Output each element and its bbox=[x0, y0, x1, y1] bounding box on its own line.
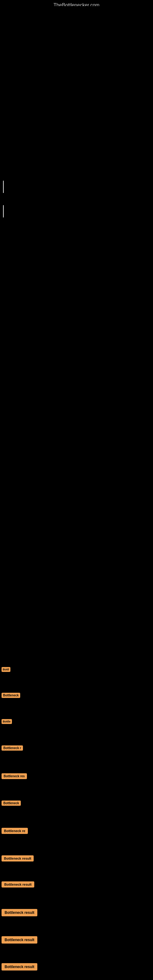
result-badge-7[interactable]: Bottleneck re bbox=[2, 828, 28, 834]
result-badge-6[interactable]: Bottleneck bbox=[2, 800, 21, 806]
result-badge-1[interactable]: Bottl bbox=[2, 667, 10, 672]
result-badge-3[interactable]: Bottle bbox=[2, 719, 12, 724]
result-badge-8[interactable]: Bottleneck result bbox=[2, 855, 33, 861]
result-badge-10[interactable]: Bottleneck result bbox=[2, 909, 37, 916]
result-badge-12[interactable]: Bottleneck result bbox=[2, 963, 37, 970]
result-badge-11[interactable]: Bottleneck result bbox=[2, 936, 37, 943]
chart-area bbox=[0, 6, 153, 680]
result-badge-4[interactable]: Bottleneck r bbox=[2, 745, 23, 751]
result-badge-5[interactable]: Bottleneck res bbox=[2, 773, 27, 779]
cursor-line-1 bbox=[3, 181, 4, 193]
result-badge-9[interactable]: Bottleneck result bbox=[2, 881, 34, 888]
cursor-line-2 bbox=[3, 205, 4, 218]
result-badge-2[interactable]: Bottleneck bbox=[2, 693, 20, 698]
